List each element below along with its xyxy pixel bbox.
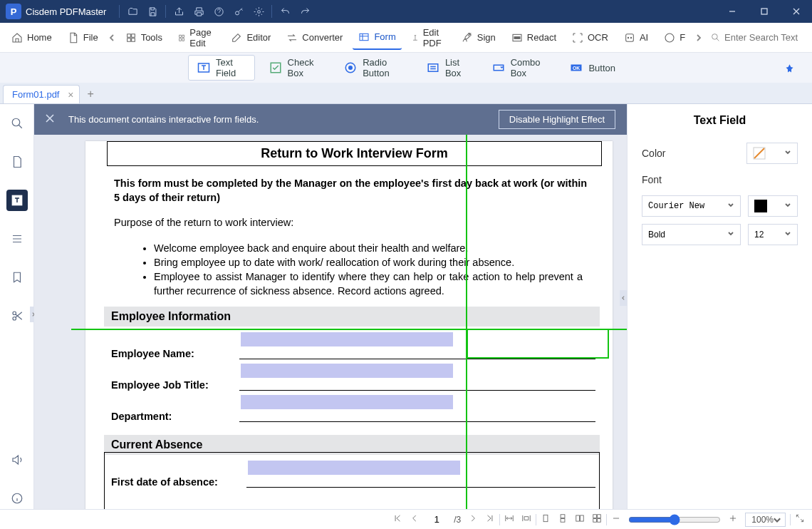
svg-point-1 — [235, 11, 239, 14]
help-icon[interactable] — [209, 1, 229, 21]
tab-close-icon[interactable]: × — [68, 89, 73, 101]
form-radio[interactable]: Radio Button — [335, 55, 412, 81]
bullet-item: Employee to assist Manager to identify w… — [154, 269, 583, 298]
banner-close-icon[interactable] — [46, 114, 61, 125]
svg-rect-8 — [360, 34, 368, 40]
svg-point-12 — [628, 37, 628, 38]
fit-page-icon[interactable] — [521, 513, 531, 525]
fullscreen-icon[interactable] — [795, 513, 805, 525]
page-last-icon[interactable] — [485, 513, 495, 525]
doc-purpose: Purpose of the return to work interview: — [114, 217, 588, 228]
zoom-in-icon[interactable] — [728, 513, 738, 525]
nav-page-edit[interactable]: Page Edit — [172, 26, 221, 50]
font-size-select[interactable]: 12 — [748, 224, 798, 245]
share-icon[interactable] — [169, 1, 189, 21]
maximize-button[interactable] — [748, 0, 780, 23]
svg-point-2 — [258, 10, 261, 13]
key-icon[interactable] — [229, 1, 249, 21]
color-picker[interactable] — [746, 143, 798, 164]
sidebar-pages[interactable] — [6, 151, 28, 173]
page-current[interactable] — [427, 514, 447, 525]
nav-arrow-left[interactable] — [108, 34, 115, 41]
open-icon[interactable] — [123, 1, 142, 21]
form-field-dept[interactable] — [241, 395, 453, 409]
nav-editor[interactable]: Editor — [225, 26, 276, 50]
nav-f[interactable]: F — [658, 26, 691, 50]
search-input[interactable] — [724, 32, 811, 43]
view-two-cont-icon[interactable] — [592, 513, 602, 525]
redo-icon[interactable] — [295, 1, 315, 21]
font-family-select[interactable]: Courier New — [642, 195, 741, 217]
sidebar-clip[interactable] — [6, 305, 28, 327]
label-color: Color — [642, 148, 665, 159]
font-color-select[interactable] — [748, 195, 798, 217]
form-field-firstabs[interactable] — [248, 461, 460, 475]
svg-point-19 — [348, 66, 353, 70]
textfield-icon — [197, 61, 210, 74]
zoom-slider[interactable] — [628, 514, 721, 525]
nav-converter[interactable]: Converter — [281, 26, 348, 50]
svg-rect-31 — [561, 515, 565, 518]
svg-point-24 — [12, 118, 20, 126]
selection-box[interactable] — [467, 329, 609, 359]
nav-edit-pdf[interactable]: Edit PDF — [406, 26, 452, 50]
nav-form[interactable]: Form — [353, 26, 401, 50]
zoom-select[interactable]: 100% — [745, 513, 786, 527]
nav-redact[interactable]: Redact — [506, 26, 562, 50]
sidebar-sound[interactable] — [6, 449, 28, 471]
banner-message: This document contains interactive form … — [68, 114, 499, 125]
settings-icon[interactable] — [249, 1, 269, 21]
doc-tab[interactable]: Form01.pdf × — [3, 85, 80, 103]
undo-icon[interactable] — [275, 1, 295, 21]
close-button[interactable] — [780, 0, 812, 23]
nav-file[interactable]: File — [62, 26, 104, 50]
view-continuous-icon[interactable] — [558, 513, 568, 525]
view-two-icon[interactable] — [575, 513, 585, 525]
form-text-field[interactable]: Text Field — [188, 55, 255, 81]
zoom-out-icon[interactable] — [611, 513, 621, 525]
form-field-name[interactable] — [241, 332, 453, 346]
sidebar-text[interactable] — [6, 190, 28, 211]
label-font: Font — [642, 174, 662, 185]
checkbox-icon — [269, 61, 282, 74]
form-button[interactable]: OK Button — [561, 55, 624, 81]
minimize-button[interactable] — [716, 0, 748, 23]
svg-rect-7 — [182, 38, 184, 40]
nav-tools[interactable]: Tools — [120, 26, 168, 50]
search-icon — [711, 32, 720, 43]
nav-arrow-right[interactable] — [695, 34, 702, 41]
nav-ai[interactable]: AI — [618, 26, 654, 50]
svg-rect-36 — [598, 515, 601, 518]
view-single-icon[interactable] — [541, 513, 551, 525]
doc-title: Return to Work Interview Form — [107, 141, 602, 166]
form-combobox[interactable]: Combo Box — [484, 55, 556, 81]
color-swatch — [754, 200, 767, 212]
guide-line-v — [466, 135, 467, 509]
page-total: /3 — [454, 515, 461, 525]
label-department: Department: — [111, 411, 239, 422]
new-tab-button[interactable]: + — [80, 85, 100, 103]
svg-rect-4 — [179, 35, 182, 37]
bullet-item: Bring employee up to date with work/ rea… — [154, 255, 583, 269]
disable-highlight-button[interactable]: Disable Highlight Effect — [499, 110, 615, 129]
save-icon[interactable] — [142, 1, 162, 21]
app-logo: P — [6, 4, 21, 19]
sidebar-outline[interactable] — [6, 228, 28, 250]
page-first-icon[interactable] — [392, 513, 402, 525]
page-prev-icon[interactable] — [410, 513, 420, 525]
form-checkbox[interactable]: Check Box — [261, 55, 330, 81]
print-icon[interactable] — [189, 1, 209, 21]
nav-home[interactable]: Home — [6, 26, 58, 50]
page-next-icon[interactable] — [468, 513, 478, 525]
nav-ocr[interactable]: OCR — [566, 26, 614, 50]
form-field-title[interactable] — [241, 364, 453, 378]
nav-sign[interactable]: Sign — [456, 26, 501, 50]
sidebar-info[interactable] — [6, 488, 28, 509]
fit-width-icon[interactable] — [504, 513, 514, 525]
form-listbox[interactable]: List Box — [418, 55, 478, 81]
sidebar-bookmarks[interactable] — [6, 267, 28, 288]
pin-button[interactable] — [781, 60, 798, 77]
sidebar-search[interactable] — [6, 113, 28, 134]
right-expand-handle[interactable] — [620, 290, 627, 306]
font-weight-select[interactable]: Bold — [642, 224, 741, 245]
